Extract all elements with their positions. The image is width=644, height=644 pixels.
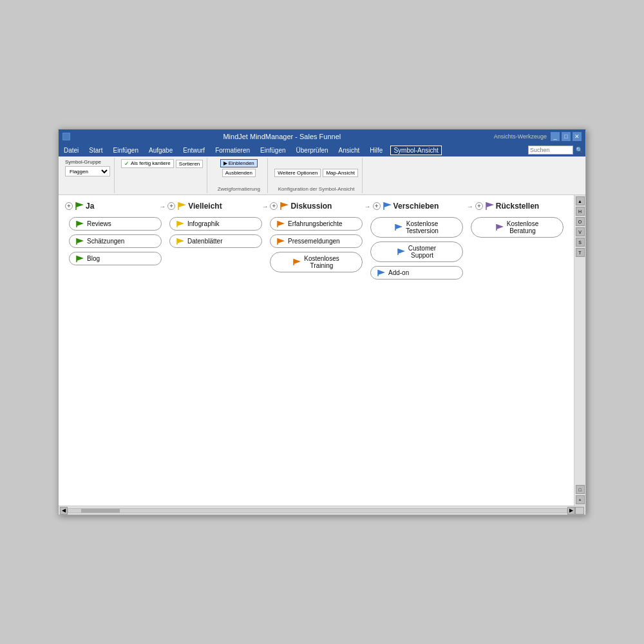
node-label-reviews: Reviews xyxy=(87,220,111,227)
expand-verschieben[interactable]: + xyxy=(373,202,381,210)
expand-rueckstellen[interactable]: + xyxy=(475,202,483,210)
col-label-rueckstellen: Rückstellen xyxy=(496,202,539,211)
einblenden-button[interactable]: ▶ Einblenden xyxy=(220,159,258,167)
flag-node-kostenloses-training xyxy=(293,259,301,265)
flag-dropdown[interactable]: Flaggen xyxy=(65,166,110,176)
map-ansicht-button[interactable]: Map-Ansicht xyxy=(323,169,357,177)
node-label-schaetzungen: Schätzungen xyxy=(87,238,124,245)
flag-icon-verschieben xyxy=(383,202,392,210)
content-area: + Ja → + xyxy=(59,195,585,506)
menu-einfuegen[interactable]: Einfügen xyxy=(110,146,140,155)
close-button[interactable]: ✕ xyxy=(573,132,582,141)
menu-datei[interactable]: Datei xyxy=(61,146,81,155)
node-infographik[interactable]: Infographik xyxy=(169,217,262,231)
svg-marker-21 xyxy=(278,221,285,226)
scroll-right-btn[interactable]: ▶ xyxy=(567,507,575,515)
corner-box xyxy=(575,507,584,515)
minimize-button[interactable]: _ xyxy=(551,132,560,141)
scrollbar-thumb[interactable] xyxy=(81,509,120,513)
flag-node-kostenlose-testversion xyxy=(395,224,402,231)
column-rueckstellen: KostenloseBeratung xyxy=(467,217,567,238)
nodes-area: Reviews Schätzungen xyxy=(65,217,567,279)
node-label-kostenlose-beratung: KostenloseBeratung xyxy=(507,220,538,234)
scroll-left-btn[interactable]: ◀ xyxy=(60,507,68,515)
node-blog[interactable]: Blog xyxy=(69,252,162,265)
node-reviews[interactable]: Reviews xyxy=(69,217,162,231)
menu-aufgabe[interactable]: Aufgabe xyxy=(146,146,175,155)
node-addon[interactable]: Add-on xyxy=(370,266,463,279)
svg-marker-17 xyxy=(177,221,184,226)
columns-header-row: + Ja → + xyxy=(65,202,567,211)
ribbon-group-symbol: Symbol-Gruppe Flaggen xyxy=(61,158,115,193)
node-kostenlose-beratung[interactable]: KostenloseBeratung xyxy=(471,217,564,238)
menu-ansicht[interactable]: Ansicht xyxy=(336,146,363,155)
sidebar-btn-1[interactable]: ▲ xyxy=(576,196,585,205)
ansicht-label: Ansichts-Werkzeuge xyxy=(494,133,547,140)
menu-ueberpruefen[interactable]: Überprüfen xyxy=(294,146,331,155)
sidebar-btn-8[interactable]: + xyxy=(576,495,585,504)
ausblenden-button[interactable]: Ausblenden xyxy=(222,169,256,177)
sidebar-btn-4[interactable]: V xyxy=(576,227,585,236)
svg-marker-23 xyxy=(278,238,285,243)
ribbon-group-weitere: Weitere Optionen Map-Ansicht Konfigurati… xyxy=(270,158,363,193)
node-label-infographik: Infographik xyxy=(187,220,219,227)
node-label-blog: Blog xyxy=(87,255,100,262)
flag-node-customer-support xyxy=(397,249,405,255)
expand-diskussion[interactable]: + xyxy=(270,202,278,210)
col-header-ja: + Ja xyxy=(65,202,157,211)
node-schaetzungen[interactable]: Schätzungen xyxy=(69,234,162,248)
weitere-button[interactable]: Weitere Optionen xyxy=(274,169,321,177)
menu-formatieren[interactable]: Formatieren xyxy=(213,146,252,155)
node-kostenlose-testversion[interactable]: KostenloseTestversion xyxy=(370,217,463,238)
menu-hilfe[interactable]: Hilfe xyxy=(367,146,385,155)
expand-ja[interactable]: + xyxy=(65,202,73,210)
node-kostenloses-training[interactable]: KostenlosesTraining xyxy=(270,252,363,272)
ribbon-group-zweig: ▶ Einblenden Ausblenden Zweigformatierun… xyxy=(210,158,268,193)
svg-marker-25 xyxy=(294,259,301,264)
sidebar-btn-2[interactable]: H xyxy=(576,207,585,216)
menu-einfuegen2[interactable]: Einfügen xyxy=(258,146,288,155)
flag-icon-rueckstellen xyxy=(485,202,494,210)
sidebar-btn-6[interactable]: T xyxy=(576,248,585,257)
search-input[interactable] xyxy=(528,146,573,155)
title-bar: MindJet MindManager - Sales Funnel Ansic… xyxy=(59,129,585,144)
scrollbar-track[interactable] xyxy=(68,508,567,513)
node-datenblaetter[interactable]: Datenblätter xyxy=(169,234,262,248)
sep-2: → xyxy=(260,203,270,210)
window-title: MindJet MindManager - Sales Funnel xyxy=(70,133,494,140)
menu-symbol-ansicht[interactable]: Symbol-Ansicht xyxy=(390,146,441,155)
node-label-kostenloses-training: KostenlosesTraining xyxy=(304,255,339,269)
right-sidebar: ▲ H O V S T □ + xyxy=(574,195,585,506)
sidebar-btn-5[interactable]: S xyxy=(576,238,585,247)
node-pressemeldungen[interactable]: Pressemeldungen xyxy=(270,234,363,248)
svg-marker-33 xyxy=(497,224,504,229)
svg-marker-7 xyxy=(384,202,392,207)
maximize-button[interactable]: □ xyxy=(562,132,571,141)
svg-marker-29 xyxy=(398,249,405,254)
expand-vielleicht[interactable]: + xyxy=(167,202,175,210)
ribbon: Symbol-Gruppe Flaggen ✓ Als fertig kanti… xyxy=(59,156,585,195)
column-vielleicht: Infographik Datenblätter xyxy=(166,217,266,248)
flag-node-datenblaetter xyxy=(176,238,184,245)
node-customer-support[interactable]: CustomerSupport xyxy=(370,242,463,262)
sidebar-btn-3[interactable]: O xyxy=(576,217,585,226)
svg-marker-13 xyxy=(77,238,84,243)
sidebar-btn-7[interactable]: □ xyxy=(576,485,585,494)
menu-entwurf[interactable]: Entwurf xyxy=(180,146,207,155)
scrollbar-horizontal[interactable]: ◀ ▶ xyxy=(59,506,585,515)
svg-marker-31 xyxy=(378,270,385,275)
column-ja: Reviews Schätzungen xyxy=(65,217,166,265)
col-label-ja: Ja xyxy=(86,202,94,211)
flag-node-blog xyxy=(76,256,84,262)
node-label-kostenlose-testversion: KostenloseTestversion xyxy=(406,220,439,234)
column-diskussion: Erfahrungsberichte Pressemeldungen xyxy=(266,217,366,272)
col-header-verschieben: + Verschieben xyxy=(373,202,465,211)
flag-node-infographik xyxy=(176,221,184,227)
fertig-button[interactable]: ✓ Als fertig kantiere xyxy=(121,159,174,168)
flag-icon-vielleicht xyxy=(177,202,186,210)
node-erfahrungsberichte[interactable]: Erfahrungsberichte xyxy=(270,217,363,231)
config-label: Konfiguration der Symbol-Ansicht xyxy=(274,186,358,192)
sortieren-button[interactable]: Sortieren xyxy=(176,160,203,168)
sep-4: → xyxy=(465,203,475,210)
menu-start[interactable]: Start xyxy=(86,146,105,155)
